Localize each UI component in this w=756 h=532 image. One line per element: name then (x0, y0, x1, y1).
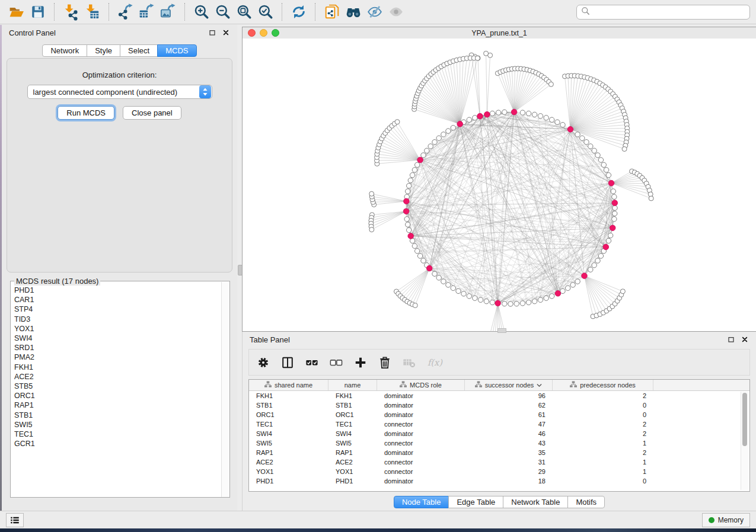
table-row[interactable]: TEC1TEC1connector472 (249, 419, 749, 429)
table-row[interactable]: STB1STB1dominator620 (249, 400, 749, 410)
cell-predecessor-nodes: 0 (553, 402, 653, 409)
column-header-successor-nodes[interactable]: successor nodes (465, 380, 553, 390)
import-table-icon[interactable] (82, 2, 103, 21)
tab-node-table[interactable]: Node Table (394, 496, 449, 508)
cell-successor-nodes: 18 (465, 477, 553, 485)
tab-style[interactable]: Style (87, 44, 120, 57)
search-box[interactable] (576, 5, 750, 20)
mcds-result-item[interactable]: ACE2 (14, 372, 218, 382)
save-icon[interactable] (27, 2, 49, 21)
horizontal-splitter-handle[interactable] (497, 328, 506, 333)
mcds-result-item[interactable]: FKH1 (14, 363, 218, 372)
cell-MCDS-role: dominator (377, 392, 465, 399)
tab-select[interactable]: Select (120, 44, 158, 57)
refresh-layout-icon[interactable] (288, 2, 310, 21)
close-panel-button[interactable]: Close panel (123, 106, 181, 120)
find-icon[interactable] (343, 2, 364, 21)
open-icon[interactable] (6, 2, 27, 21)
export-table-icon[interactable] (136, 2, 158, 21)
mcds-result-item[interactable]: STP4 (14, 305, 218, 314)
cell-predecessor-nodes: 0 (553, 477, 653, 485)
table-row[interactable]: SWI5SWI5connector431 (249, 438, 749, 448)
export-network-icon[interactable] (115, 2, 136, 21)
table-row[interactable]: RAP1RAP1dominator352 (249, 448, 749, 457)
column-header-predecessor-nodes[interactable]: predecessor nodes (553, 380, 653, 390)
cell-name: ACE2 (328, 459, 377, 466)
zoom-out-icon[interactable] (212, 2, 234, 21)
table-row[interactable]: YOX1YOX1connector291 (249, 467, 749, 476)
mcds-result-item[interactable]: TEC1 (14, 430, 218, 439)
task-history-button[interactable] (6, 513, 24, 527)
float-panel-icon[interactable] (727, 335, 735, 344)
network-graph[interactable] (243, 39, 756, 331)
table-row[interactable]: ACE2ACE2connector311 (249, 457, 749, 467)
search-input[interactable] (593, 7, 745, 17)
mcds-result-item[interactable]: SWI4 (14, 334, 218, 343)
table-row[interactable]: PHD1PHD1dominator180 (249, 476, 749, 486)
mcds-result-item[interactable]: SRD1 (14, 343, 218, 352)
mcds-result-item[interactable]: YOX1 (14, 324, 218, 334)
columns-icon[interactable] (280, 355, 295, 370)
zoom-selected-icon[interactable] (255, 2, 276, 21)
settings-icon[interactable] (256, 355, 270, 370)
clone-network-icon[interactable] (321, 2, 343, 21)
toolbar-separator (315, 3, 316, 21)
table-scrollbar[interactable] (741, 392, 748, 490)
column-header-MCDS-role[interactable]: MCDS role (377, 380, 465, 390)
table-scrollbar-thumb[interactable] (742, 393, 747, 446)
tab-motifs[interactable]: Motifs (567, 496, 605, 508)
tab-edge-table[interactable]: Edge Table (448, 496, 503, 508)
mcds-result-item[interactable]: PMA2 (14, 352, 218, 362)
hide-panel-icon[interactable] (364, 2, 385, 21)
table-row[interactable]: FKH1FKH1dominator962 (249, 391, 749, 400)
cell-shared-name: SWI5 (249, 440, 328, 447)
delete-column-icon[interactable] (378, 355, 392, 370)
import-network-icon[interactable] (60, 2, 82, 21)
window-zoom-button[interactable] (272, 29, 279, 37)
mcds-result-item[interactable]: PHD1 (14, 286, 218, 295)
mcds-result-list: PHD1CAR1STP4TID3YOX1SWI4SRD1PMA2FKH1ACE2… (14, 286, 218, 496)
column-header-name[interactable]: name (328, 380, 377, 390)
vertical-splitter[interactable] (237, 25, 242, 511)
close-panel-icon[interactable] (222, 28, 230, 37)
column-header-shared-name[interactable]: shared name (249, 380, 328, 390)
tab-network[interactable]: Network (42, 44, 87, 57)
add-column-icon[interactable] (353, 355, 368, 370)
mcds-result-item[interactable]: SWI5 (14, 420, 218, 430)
float-panel-icon[interactable] (208, 28, 216, 37)
export-image-icon[interactable] (158, 2, 179, 21)
cell-name: YOX1 (328, 468, 377, 475)
cell-name: SWI4 (328, 430, 377, 437)
cell-MCDS-role: dominator (377, 402, 465, 409)
cell-name: RAP1 (328, 449, 377, 456)
mcds-result-item[interactable]: ORC1 (14, 391, 218, 400)
mcds-result-item[interactable]: TID3 (14, 315, 218, 324)
mcds-result-item[interactable]: STB5 (14, 382, 218, 391)
control-panel: Control Panel NetworkStyleSelectMCDS Opt… (2, 25, 237, 511)
mcds-result-item[interactable]: STB1 (14, 411, 218, 420)
memory-button[interactable]: Memory (702, 513, 750, 527)
tab-network-table[interactable]: Network Table (503, 496, 568, 508)
zoom-in-icon[interactable] (191, 2, 212, 21)
mcds-result-item[interactable]: GCR1 (14, 439, 218, 448)
run-mcds-button[interactable]: Run MCDS (58, 106, 114, 120)
table-row[interactable]: ORC1ORC1dominator610 (249, 410, 749, 419)
network-canvas[interactable] (243, 39, 756, 331)
tree-icon (400, 381, 407, 389)
cell-shared-name: TEC1 (249, 421, 328, 428)
toolbar-separator (282, 3, 283, 21)
mcds-result-item[interactable]: CAR1 (14, 295, 218, 305)
close-panel-icon[interactable] (741, 335, 749, 344)
table-row[interactable]: SWI4SWI4dominator462 (249, 429, 749, 438)
main-toolbar (0, 0, 756, 24)
window-close-button[interactable] (248, 29, 256, 37)
tab-mcds[interactable]: MCDS (157, 44, 196, 57)
window-minimize-button[interactable] (260, 29, 267, 37)
control-panel-title: Control Panel (9, 28, 56, 37)
result-list-scrollbar[interactable] (221, 282, 229, 497)
optimization-select[interactable]: largest connected component (undirected) (27, 85, 212, 99)
select-all-icon[interactable] (305, 355, 319, 370)
deselect-all-icon[interactable] (329, 355, 343, 370)
mcds-result-item[interactable]: RAP1 (14, 400, 218, 410)
zoom-fit-icon[interactable] (234, 2, 255, 21)
